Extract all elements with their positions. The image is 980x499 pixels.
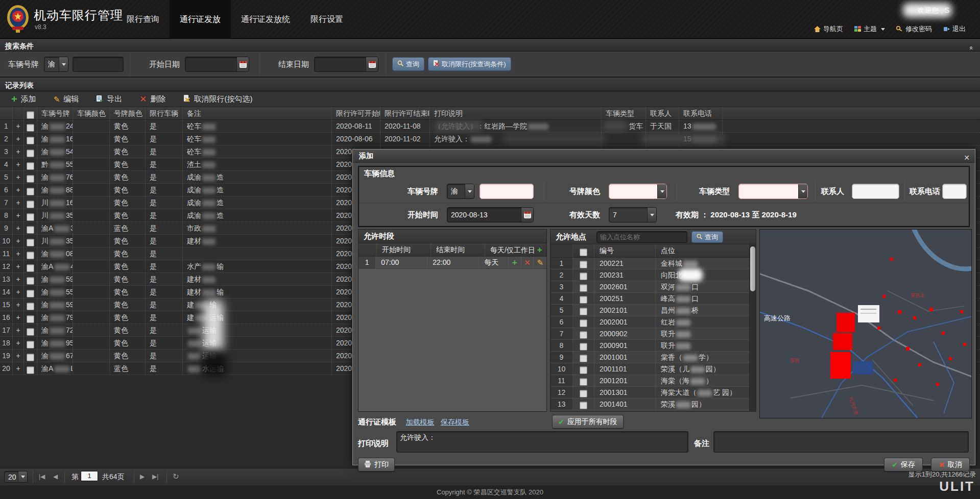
- end-date-input[interactable]: [314, 57, 378, 72]
- save-template-link[interactable]: 保存模板: [441, 418, 469, 426]
- col-location-name[interactable]: 点位: [656, 244, 750, 257]
- expand-icon[interactable]: +: [13, 133, 24, 145]
- location-checkbox[interactable]: [580, 343, 587, 351]
- query-button[interactable]: 查询: [392, 57, 424, 71]
- location-checkbox[interactable]: [580, 331, 587, 339]
- plate-prefix-select[interactable]: 渝: [44, 57, 68, 72]
- row-checkbox[interactable]: [27, 277, 34, 285]
- location-search-input[interactable]: [596, 231, 687, 243]
- row-checkbox[interactable]: [27, 162, 34, 170]
- col-permit-start[interactable]: 限行许可开始时间: [332, 107, 380, 119]
- cancel-restriction-query-button[interactable]: 取消限行(按查询条件): [428, 57, 511, 71]
- edit-button[interactable]: ✎编辑: [54, 94, 79, 104]
- dlg-days-select[interactable]: 7: [609, 207, 657, 222]
- row-checkbox[interactable]: [27, 366, 34, 374]
- logout-link[interactable]: 退出: [943, 24, 966, 34]
- delete-row-icon[interactable]: ✕: [521, 257, 534, 268]
- expand-icon[interactable]: +: [13, 196, 24, 209]
- location-checkbox[interactable]: [580, 402, 587, 409]
- location-row[interactable]: 10 2001101 荣溪（儿园）: [551, 363, 750, 375]
- col-plate[interactable]: 车辆号牌: [37, 107, 73, 119]
- location-row[interactable]: 8 2000901 联升: [551, 340, 750, 352]
- expand-icon[interactable]: +: [13, 145, 24, 158]
- row-checkbox[interactable]: [27, 264, 34, 272]
- location-checkbox[interactable]: [580, 390, 587, 397]
- row-checkbox[interactable]: [27, 175, 34, 183]
- location-row[interactable]: 12 2001301 海棠大道（艺 园）: [551, 387, 750, 398]
- location-row[interactable]: 13 2001401 荣溪园）: [551, 398, 750, 410]
- location-row[interactable]: 6 2002001 红岩: [551, 316, 750, 328]
- row-checkbox[interactable]: [27, 124, 34, 132]
- row-checkbox[interactable]: [27, 226, 34, 234]
- location-checkbox[interactable]: [580, 284, 587, 292]
- location-query-button[interactable]: 查询: [691, 231, 723, 243]
- row-checkbox[interactable]: [27, 201, 34, 208]
- row-checkbox[interactable]: [27, 239, 34, 246]
- location-row[interactable]: 11 2001201 海棠（海）: [551, 375, 750, 387]
- nav-page-link[interactable]: 导航页: [814, 24, 843, 34]
- location-row[interactable]: 5 2002101 昌州桥: [551, 305, 750, 316]
- row-checkbox[interactable]: [27, 303, 34, 310]
- location-row[interactable]: 7 2000902 联升: [551, 328, 750, 340]
- row-checkbox[interactable]: [27, 354, 34, 361]
- next-page-button[interactable]: ▶: [140, 471, 145, 482]
- plate-number-input[interactable]: [73, 57, 124, 72]
- calendar-icon[interactable]: [521, 208, 533, 222]
- location-checkbox[interactable]: [580, 272, 587, 280]
- change-password-link[interactable]: 修改密码: [896, 24, 932, 34]
- theme-link[interactable]: 主题: [854, 24, 885, 34]
- expand-icon[interactable]: +: [13, 324, 24, 336]
- row-checkbox[interactable]: [27, 188, 34, 195]
- col-contact[interactable]: 联系人: [646, 107, 679, 119]
- load-template-link[interactable]: 加载模板: [405, 418, 434, 426]
- add-time-icon[interactable]: +: [537, 245, 542, 255]
- add-button[interactable]: +添加: [11, 93, 36, 105]
- refresh-icon[interactable]: ↻: [173, 471, 179, 482]
- page-number-input[interactable]: [81, 471, 98, 481]
- location-checkbox[interactable]: [580, 261, 587, 268]
- col-phone[interactable]: 联系电话: [679, 107, 723, 119]
- first-page-button[interactable]: |◀: [39, 471, 45, 482]
- print-button[interactable]: 打印: [358, 458, 395, 471]
- select-all-locations-checkbox[interactable]: [580, 248, 587, 256]
- location-checkbox[interactable]: [580, 366, 587, 374]
- dlg-plate-prefix-select[interactable]: 渝: [447, 184, 474, 199]
- tab-restriction-query[interactable]: 限行查询: [116, 0, 170, 39]
- calendar-icon[interactable]: [366, 57, 378, 71]
- col-frequency[interactable]: 每天/仅工作日 +: [485, 243, 546, 256]
- dlg-plate-input[interactable]: [480, 184, 534, 199]
- location-row[interactable]: 3 2002601 双河口: [551, 281, 750, 293]
- location-row[interactable]: 4 200251 峰高口: [551, 293, 750, 305]
- tab-restriction-settings[interactable]: 限行设置: [300, 0, 353, 39]
- location-checkbox[interactable]: [580, 308, 587, 315]
- col-vehicle-color[interactable]: 车辆颜色: [73, 107, 110, 119]
- col-time-start[interactable]: 开始时间: [377, 243, 431, 256]
- apply-all-times-button[interactable]: ✔ 应用于所有时段: [552, 415, 624, 429]
- expand-icon[interactable]: +: [13, 350, 24, 362]
- col-remark[interactable]: 备注: [183, 107, 332, 119]
- export-button[interactable]: 导出: [96, 94, 122, 104]
- expand-icon[interactable]: +: [13, 171, 24, 183]
- dialog-title-bar[interactable]: 添加 ✕: [353, 149, 975, 163]
- expand-icon[interactable]: +: [13, 222, 24, 234]
- tab-permit-issue[interactable]: 通行证发放: [170, 0, 231, 39]
- location-row[interactable]: 2 200231 向阳北: [551, 269, 750, 281]
- tab-permit-stats[interactable]: 通行证发放统: [231, 0, 300, 39]
- expand-icon[interactable]: +: [13, 209, 24, 221]
- location-checkbox[interactable]: [580, 296, 587, 304]
- row-checkbox[interactable]: [27, 315, 34, 323]
- dlg-plate-color-select[interactable]: [609, 184, 667, 199]
- table-row[interactable]: 2 + 渝169 黄色 是 砼车 2020-08-06 2020-11-02 允…: [0, 133, 980, 145]
- dlg-vtype-select[interactable]: [738, 184, 808, 199]
- delete-button[interactable]: ✕删除: [139, 94, 165, 105]
- cancel-restriction-checked-button[interactable]: 取消限行(按勾选): [183, 94, 253, 104]
- map-panel[interactable]: 荣昌 红河大道 荣昌北 高速公路: [759, 229, 972, 418]
- dlg-start-date-input[interactable]: 2020-08-13: [447, 207, 534, 222]
- col-permit-end[interactable]: 限行许可结束时间: [380, 107, 430, 119]
- col-print-note[interactable]: 打印说明: [430, 107, 602, 119]
- expand-icon[interactable]: +: [13, 184, 24, 196]
- prev-page-button[interactable]: ◀: [53, 471, 58, 482]
- location-checkbox[interactable]: [580, 378, 587, 386]
- dlg-remark-input[interactable]: [713, 431, 969, 453]
- page-size-select[interactable]: 20: [4, 471, 28, 483]
